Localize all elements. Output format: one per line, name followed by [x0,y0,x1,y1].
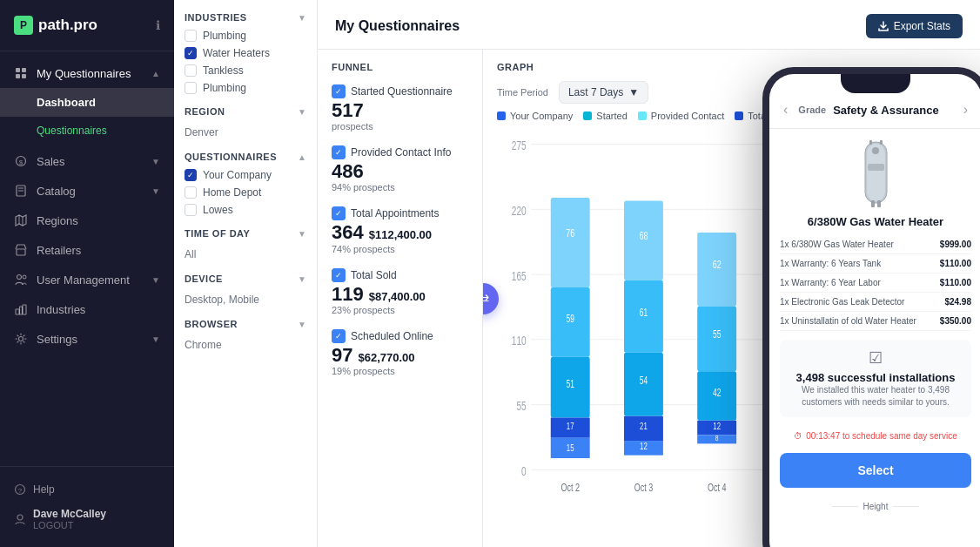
export-button[interactable]: Export Stats [866,14,963,38]
bar-oct3: 68 61 54 21 12 Oct 3 [624,200,663,493]
sidebar-dashboard-label: Dashboard [37,96,96,109]
funnel-appointments: Total Appointments 364 $112,400.00 74% p… [332,206,468,253]
filter-industries-header[interactable]: INDUSTRIES ▼ [185,12,306,23]
appts-checkbox[interactable] [332,206,346,220]
scheduled-checkbox[interactable] [332,329,346,343]
sidebar-help[interactable]: ? Help [14,477,160,502]
contact-checkbox[interactable] [332,145,346,159]
sidebar-nav: My Questionnaires ▲ Dashboard Questionna… [0,51,174,466]
logo[interactable]: P path.pro [14,16,97,35]
sidebar-item-regions[interactable]: Regions [0,206,174,235]
timer-label: 00:13:47 to schedule same day service [806,431,957,441]
tankless-checkbox[interactable] [185,64,197,77]
sidebar-logo: P path.pro ℹ [0,0,174,51]
svg-text:55: 55 [713,328,721,340]
sidebar-item-questionnaires-sub[interactable]: Questionnaires [0,117,174,145]
your-company-checkbox[interactable] [185,169,197,181]
svg-text:220: 220 [512,203,527,219]
water-heaters-checkbox[interactable] [185,47,197,59]
prev-arrow[interactable]: ‹ [780,98,791,121]
sidebar-item-questionnaires[interactable]: My Questionnaires ▲ [0,58,174,88]
appts-amount: $112,400.00 [369,228,432,241]
filter-browser-header[interactable]: BROWSER ▼ [185,319,306,329]
funnel-panel: FUNNEL Started Questionnaire 517 prospec… [318,50,483,547]
filter-questionnaires-header[interactable]: QUESTIONNAIRES ▲ [185,152,306,162]
sidebar-item-retailers[interactable]: Retailers [0,235,174,265]
upload-icon [878,21,889,31]
sidebar-item-catalog[interactable]: Catalog ▼ [0,176,174,206]
filter-browser-title: BROWSER [185,319,238,329]
filter-your-company[interactable]: Your Company [185,169,306,181]
filter-home-depot[interactable]: Home Depot [185,186,306,199]
started-name: Started Questionnaire [351,85,453,98]
funnel-started-header: Started Questionnaire [332,84,468,98]
logout-label[interactable]: LOGOUT [33,520,106,530]
graph-title: GRAPH [497,62,534,72]
appts-value: 364 [332,222,364,243]
filter-tankless[interactable]: Tankless [185,64,306,77]
chevron-time-icon: ▼ [298,229,306,239]
home-depot-checkbox[interactable] [185,186,197,199]
funnel-appts-header: Total Appointments [332,206,468,220]
funnel-sold: Total Sold 119 $87,400.00 23% prospects [332,268,468,315]
height-line-left [832,506,858,507]
sidebar-catalog-label: Catalog [37,185,143,198]
funnel-contact: Provided Contact Info 486 94% prospects [332,145,468,192]
lowes-checkbox[interactable] [185,204,197,216]
phone-mockup: ‹ Grade Safety & Assurance › [762,67,980,547]
funnel-scheduled: Scheduled Online 97 $62,770.00 19% prosp… [332,329,468,376]
svg-text:51: 51 [567,377,574,389]
sidebar-retailers-label: Retailers [37,244,160,257]
svg-rect-34 [551,198,590,287]
sidebar-item-industries[interactable]: Industries [0,294,174,324]
filter-plumbing[interactable]: Plumbing [185,30,306,42]
filter-industries: INDUSTRIES ▼ Plumbing Water Heaters Tank… [185,12,306,94]
sidebar: P path.pro ℹ My Questionnaires ▲ Dash [0,0,174,547]
svg-rect-3 [22,74,26,78]
info-icon[interactable]: ℹ [156,18,160,32]
phone-select-button[interactable]: Select [780,453,971,488]
svg-text:?: ? [18,487,23,495]
sold-checkbox[interactable] [332,268,346,282]
installations-desc: We installed this water heater to 3,498 … [789,384,963,409]
line-item-0-name: 1x 6/380W Gas Water Heater [780,240,940,249]
svg-text:21: 21 [640,420,648,431]
filter-your-company-label: Your Company [203,169,272,181]
line-item-4: 1x Uninstallatin of old Water Heater $35… [780,312,971,331]
time-period-value: Last 7 Days [568,86,623,98]
user-icon [14,513,26,525]
filter-time-value: All [185,248,196,260]
filter-plumbing-2[interactable]: Plumbing [185,82,306,94]
filter-device-header[interactable]: DEVICE ▼ [185,274,306,284]
filter-plumbing-2-label: Plumbing [203,82,246,94]
sidebar-item-dashboard[interactable]: Dashboard [0,88,174,117]
started-checkbox[interactable] [332,84,346,98]
filter-region-title: REGION [185,106,225,117]
svg-point-13 [17,275,22,280]
sidebar-section-questionnaires: My Questionnaires ▲ Dashboard Questionna… [0,58,174,145]
phone-tab-label: Safety & Assurance [833,104,953,117]
plumbing-checkbox[interactable] [185,30,197,42]
timer-icon: ⏱ [794,431,802,441]
book-icon [14,184,28,198]
svg-rect-102 [868,164,884,171]
filter-lowes[interactable]: Lowes [185,204,306,216]
chevron-q-icon: ▲ [298,152,306,162]
filter-lowes-label: Lowes [203,204,233,216]
svg-text:15: 15 [567,442,574,453]
filter-region-header[interactable]: REGION ▼ [185,106,306,117]
svg-rect-0 [16,68,20,72]
filter-water-heaters[interactable]: Water Heaters [185,47,306,59]
chevron-down-icon: ▼ [151,157,160,166]
svg-rect-107 [880,140,883,145]
time-period-select[interactable]: Last 7 Days ▼ [559,81,648,104]
next-arrow[interactable]: › [960,98,971,121]
started-sub: prospects [332,121,468,132]
filter-time-header[interactable]: TIME OF DAY ▼ [185,228,306,239]
sidebar-item-settings[interactable]: Settings ▼ [0,324,174,354]
plumbing-2-checkbox[interactable] [185,82,197,94]
sidebar-item-sales[interactable]: $ Sales ▼ [0,146,174,176]
svg-rect-15 [16,309,19,314]
svg-text:Oct 2: Oct 2 [560,481,579,493]
sidebar-item-user-management[interactable]: User Management ▼ [0,265,174,294]
